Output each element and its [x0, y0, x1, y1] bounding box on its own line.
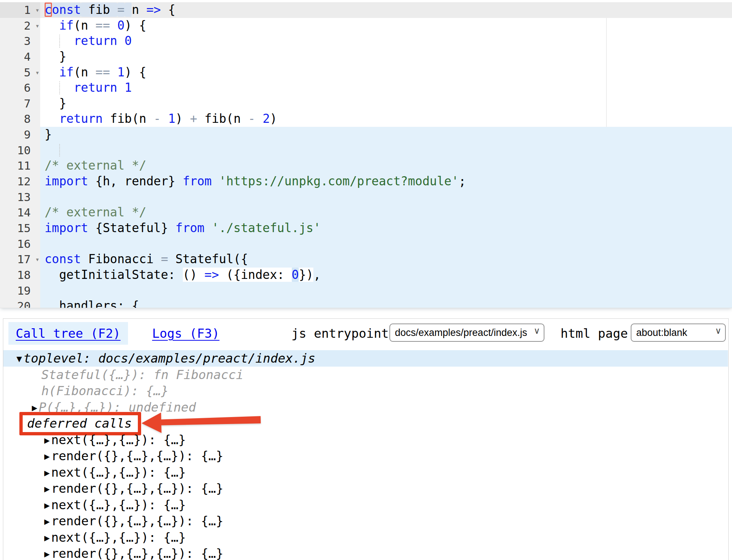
- code-token: }): [299, 268, 313, 282]
- code-token: [45, 65, 59, 79]
- code-editor[interactable]: 1▾2▾345▾67891011121314151617▾181920 cons…: [0, 0, 732, 308]
- code-line[interactable]: if(n == 0) {: [40, 18, 732, 34]
- line-number: 6: [0, 80, 40, 96]
- call-tree-row[interactable]: ▶render({},{…},{…}): {…}: [3, 480, 728, 497]
- code-token: (n: [74, 18, 96, 33]
- line-number: 11: [0, 158, 40, 174]
- deferred-calls-row[interactable]: deferred calls: [3, 415, 728, 432]
- collapsed-arrow-icon[interactable]: ▶: [44, 451, 51, 462]
- code-token: return: [73, 80, 117, 95]
- code-line[interactable]: /* external */: [40, 205, 732, 220]
- collapsed-arrow-icon[interactable]: ▶: [44, 435, 51, 446]
- call-tree-row-label: render({},{…},{…}): {…}: [51, 514, 223, 528]
- call-tree-link[interactable]: Call tree (F2): [16, 326, 121, 341]
- collapsed-arrow-icon[interactable]: ▶: [44, 533, 51, 543]
- expanded-arrow-icon[interactable]: ▼: [16, 353, 23, 364]
- call-tree-row[interactable]: ▶render({},{…},{…}): {…}: [3, 448, 728, 464]
- code-line[interactable]: if(n == 1) {: [40, 65, 732, 80]
- code-line[interactable]: }: [40, 49, 732, 65]
- code-token: if: [59, 18, 74, 33]
- code-token: /* external */: [45, 205, 146, 219]
- code-token: 1: [117, 65, 125, 79]
- code-token: ,: [313, 268, 321, 282]
- line-number: 1▾: [0, 2, 40, 18]
- logs-link[interactable]: Logs (F3): [152, 326, 219, 341]
- code-line[interactable]: handlers: {: [40, 298, 732, 308]
- indent-guide: [59, 35, 60, 48]
- line-number: 7: [0, 96, 40, 111]
- collapsed-arrow-icon[interactable]: ▶: [44, 516, 51, 527]
- fold-arrow-icon[interactable]: ▾: [35, 18, 39, 34]
- call-tree-row[interactable]: Stateful({…}): fn Fibonacci: [3, 367, 728, 383]
- js-entrypoint-select[interactable]: docs/examples/preact/index.js: [389, 323, 544, 342]
- call-tree-row-label: render({},{…},{…}): {…}: [51, 546, 223, 560]
- code-token: 0: [292, 268, 299, 282]
- code-line[interactable]: [40, 236, 732, 252]
- call-tree-row-label: render({},{…},{…}): {…}: [51, 449, 223, 463]
- code-token: [110, 65, 117, 79]
- line-number: 15: [0, 220, 40, 236]
- editor-code-area[interactable]: const fib = n => { if(n == 0) { return 0…: [40, 2, 732, 308]
- code-line[interactable]: getInitialState: () => ({index: 0}),: [40, 267, 732, 283]
- code-token: ) {: [125, 65, 147, 79]
- debugger-panel: Call tree (F2) Logs (F3) js entrypoint d…: [3, 318, 729, 560]
- code-line[interactable]: return fib(n - 1) + fib(n - 2): [40, 111, 732, 127]
- call-tree-row[interactable]: ▼toplevel: docs/examples/preact/index.js: [3, 350, 728, 367]
- code-token: [161, 111, 168, 126]
- code-line[interactable]: }: [40, 127, 732, 143]
- tab-call-tree[interactable]: Call tree (F2): [8, 322, 128, 345]
- code-line[interactable]: /* external */: [40, 158, 732, 174]
- call-tree-row[interactable]: ▶next({…},{…}): {…}: [3, 529, 728, 546]
- fold-arrow-icon[interactable]: ▾: [35, 251, 39, 267]
- code-token: =: [117, 3, 125, 17]
- fold-arrow-icon[interactable]: ▾: [35, 65, 39, 80]
- cursor-token: c: [45, 3, 52, 17]
- code-line[interactable]: return 0: [40, 33, 732, 49]
- call-tree-row[interactable]: ▶next({…},{…}): {…}: [3, 432, 728, 448]
- call-tree-row[interactable]: ▶next({…},{…}): {…}: [3, 464, 728, 481]
- collapsed-arrow-icon[interactable]: ▶: [44, 500, 51, 511]
- code-line[interactable]: import {Stateful} from './stateful.js': [40, 220, 732, 236]
- editor-gutter: 1▾2▾345▾67891011121314151617▾181920: [0, 2, 40, 308]
- code-token: fib(n: [103, 111, 154, 126]
- call-tree-row[interactable]: h(Fibonacci): {…}: [3, 383, 728, 399]
- line-number: 10: [0, 143, 40, 158]
- code-token: (n: [74, 65, 96, 79]
- code-token: handlers: {: [45, 299, 139, 308]
- code-line[interactable]: return 1: [40, 80, 732, 96]
- line-number: 13: [0, 189, 40, 205]
- call-tree-row[interactable]: ▶next({…},{…}): {…}: [3, 497, 728, 513]
- code-line[interactable]: const Fibonacci = Stateful({: [40, 251, 732, 267]
- code-token: [117, 34, 125, 48]
- code-line[interactable]: [40, 143, 732, 158]
- code-token: +: [190, 111, 197, 126]
- code-line[interactable]: [40, 189, 732, 205]
- collapsed-arrow-icon[interactable]: ▶: [44, 549, 51, 559]
- code-line[interactable]: import {h, render} from 'https://unpkg.c…: [40, 174, 732, 189]
- collapsed-arrow-icon[interactable]: ▶: [44, 468, 51, 478]
- call-tree-row-label: next({…},{…}): {…}: [51, 465, 186, 480]
- code-token: n: [132, 3, 146, 17]
- call-tree-row-label: next({…},{…}): {…}: [51, 432, 186, 447]
- call-tree-row[interactable]: ▶render({},{…},{…}): {…}: [3, 513, 728, 529]
- code-token: from: [176, 221, 204, 235]
- code-token: {Stateful}: [88, 221, 175, 235]
- code-token: (): [183, 268, 205, 282]
- code-token: ==: [95, 18, 110, 33]
- tab-logs[interactable]: Logs (F3): [152, 322, 219, 345]
- line-number: 4: [0, 49, 40, 65]
- code-line[interactable]: const fib = n => {: [40, 2, 732, 18]
- html-page-select-wrap: about:blank ∨: [631, 323, 726, 342]
- code-line[interactable]: [40, 283, 732, 299]
- code-token: onst: [52, 3, 81, 17]
- code-line[interactable]: }: [40, 96, 732, 111]
- line-number: 20: [0, 298, 40, 308]
- collapsed-arrow-icon[interactable]: ▶: [44, 484, 51, 494]
- code-token: ): [176, 111, 190, 126]
- html-page-select[interactable]: about:blank: [631, 323, 726, 342]
- call-tree-row[interactable]: ▶render({},{…},{…}): {…}: [3, 545, 728, 560]
- line-number: 12: [0, 174, 40, 189]
- fold-arrow-icon[interactable]: ▾: [35, 2, 39, 18]
- js-entrypoint-select-wrap: docs/examples/preact/index.js ∨: [389, 323, 544, 342]
- collapsed-arrow-icon[interactable]: ▶: [32, 402, 39, 413]
